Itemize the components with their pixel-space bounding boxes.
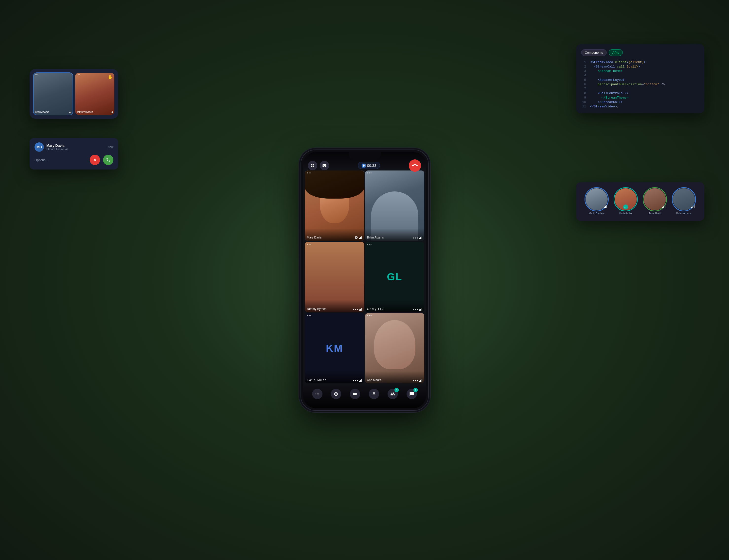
- signal-bars: [419, 237, 422, 239]
- cell-menu-dots[interactable]: [307, 172, 311, 173]
- signal-bars: [359, 379, 362, 382]
- participant-signal: [662, 205, 665, 208]
- phone-screen: 00:33: [303, 152, 426, 408]
- camera-button[interactable]: [350, 389, 360, 399]
- incoming-call-card: MD Mary Davis Stream Audio Call Now Opti…: [30, 138, 118, 170]
- incoming-call-header: MD Mary Davis Stream Audio Call Now: [34, 142, 113, 152]
- code-line-7: 7: [581, 87, 699, 91]
- cell-menu-dots[interactable]: [367, 172, 372, 173]
- shield-icon: [361, 164, 366, 168]
- mini-video-card: Brian Adams ✋ Tammy Byrnes: [30, 69, 118, 119]
- code-line-2: 2 <StreamCall call={call}>: [581, 65, 699, 68]
- code-tabs: Components APIs: [581, 49, 699, 56]
- video-cell-katie: KM Katie Miler: [305, 313, 364, 384]
- svg-point-2: [318, 393, 319, 394]
- chat-button-group: 1: [407, 389, 417, 399]
- code-line-8: 8 <CallControls />: [581, 91, 699, 95]
- cell-menu-dots[interactable]: [307, 244, 311, 245]
- topbar-left-buttons: [308, 161, 329, 170]
- mini-tile-tammy: ✋ Tammy Byrnes: [75, 73, 114, 115]
- katie-name: Katie Miler: [619, 212, 632, 215]
- options-button[interactable]: Options: [34, 158, 49, 162]
- code-line-11: 11 </StreamVideo>;: [581, 105, 699, 108]
- code-card: Components APIs 1 <StreamVideo client={c…: [576, 44, 704, 113]
- more-options-button[interactable]: [312, 389, 322, 399]
- tammy-icons: [353, 308, 362, 311]
- garry-cell-overlay: Garry Liu: [365, 300, 424, 312]
- signal-bars: [359, 308, 362, 311]
- mark-name: Mark Daniels: [589, 212, 605, 215]
- caller-name: Mary Davis: [46, 144, 68, 148]
- caller-avatar: MD: [34, 142, 44, 152]
- grid-view-button[interactable]: [308, 161, 317, 170]
- code-block: 1 <StreamVideo client={client}> 2 <Strea…: [581, 60, 699, 108]
- participant-katie: Katie Miler: [615, 188, 637, 215]
- participant-avatar-wrapper: [586, 188, 608, 210]
- participant-brian: Brian Adams: [673, 188, 695, 215]
- cell-menu-dots[interactable]: [367, 244, 372, 245]
- participant-signal: [604, 205, 607, 208]
- decline-call-button[interactable]: [90, 155, 100, 165]
- svg-point-0: [315, 393, 316, 394]
- ann-icons: [413, 379, 422, 382]
- brian-name: Brian Adams: [367, 236, 384, 239]
- mini-tile-dots[interactable]: [77, 74, 80, 75]
- tammy-cell-overlay: Tammy Byrnes: [305, 300, 364, 312]
- participant-avatar-wrapper: [615, 188, 637, 210]
- code-line-4: 4: [581, 74, 699, 77]
- screen-share-button[interactable]: [331, 389, 341, 399]
- participants-row: Mark Daniels Katie Miler: [582, 188, 698, 215]
- signal-bars: [419, 379, 422, 382]
- katie-cell-overlay: Katie Miler: [305, 371, 364, 383]
- mini-brian-name: Brian Adams: [35, 111, 49, 113]
- garry-name: Garry Liu: [367, 307, 384, 311]
- incoming-call-actions: Options: [34, 155, 113, 165]
- phone-mockup: 00:33: [300, 150, 429, 411]
- active-dot: [623, 204, 628, 209]
- participant-avatar-wrapper: [673, 188, 695, 210]
- mini-signal: [69, 111, 71, 113]
- code-line-3: 3 <StreamTheme>: [581, 69, 699, 73]
- katie-name: Katie Miler: [307, 378, 326, 382]
- options-label: Options: [34, 158, 46, 162]
- video-cell-mary: Mary Davis: [305, 170, 364, 241]
- phone-shell: 00:33: [300, 150, 429, 411]
- participant-mark: Mark Daniels: [586, 188, 608, 215]
- participants-badge: 1: [395, 388, 399, 392]
- participants-button-group: 1: [388, 389, 398, 399]
- call-time: Now: [107, 145, 113, 149]
- brian-icons: [413, 237, 422, 239]
- mary-cell-overlay: Mary Davis: [305, 228, 364, 241]
- mary-icons: [354, 236, 362, 239]
- phone-notch: [348, 152, 381, 159]
- svg-point-4: [335, 393, 337, 395]
- mary-name: Mary Davis: [307, 236, 322, 239]
- jane-name: Jane Field: [649, 212, 661, 215]
- mini-tile-dots[interactable]: [35, 74, 38, 75]
- tammy-name: Tammy Byrnes: [307, 307, 326, 311]
- video-cell-ann: Ann Marks: [365, 313, 424, 384]
- tab-components[interactable]: Components: [581, 49, 607, 56]
- code-line-5: 5 <SpeakerLayout: [581, 78, 699, 82]
- accept-call-button[interactable]: [103, 155, 113, 165]
- caller-subtitle: Stream Audio Call: [46, 148, 68, 151]
- phone-bottombar: 1 1: [303, 384, 426, 408]
- cell-menu-dots[interactable]: [367, 315, 372, 316]
- mini-tammy-name: Tammy Byrnes: [77, 111, 93, 113]
- end-call-button[interactable]: [409, 159, 421, 172]
- microphone-button[interactable]: [369, 389, 379, 399]
- video-cell-tammy: Tammy Byrnes: [305, 242, 364, 312]
- video-grid: Mary Davis: [305, 170, 424, 384]
- camera-flip-button[interactable]: [320, 161, 329, 170]
- video-cell-garry: GL Garry Liu: [365, 242, 424, 312]
- cell-menu-dots[interactable]: [307, 315, 311, 316]
- participant-signal: [691, 205, 695, 208]
- tab-apis[interactable]: APIs: [609, 49, 623, 56]
- timer-text: 00:33: [367, 163, 377, 168]
- code-line-10: 10 </StreamCall>: [581, 100, 699, 104]
- chat-badge: 1: [414, 388, 418, 392]
- brian-cell-overlay: Brian Adams: [365, 228, 424, 241]
- incoming-caller-info: MD Mary Davis Stream Audio Call: [34, 142, 68, 152]
- garry-icons: [413, 308, 422, 311]
- participants-card: Mark Daniels Katie Miler: [576, 182, 704, 221]
